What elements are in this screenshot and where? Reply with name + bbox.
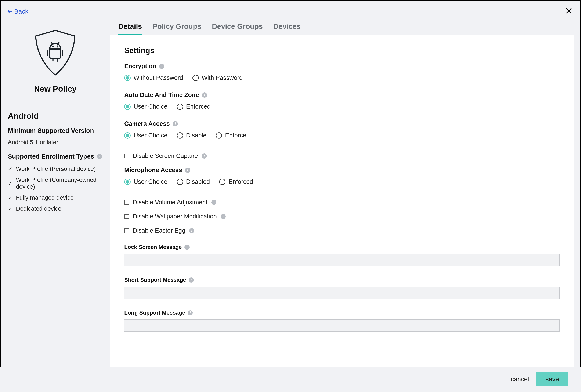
info-icon[interactable]: i xyxy=(185,168,190,173)
tab-policy-groups[interactable]: Policy Groups xyxy=(153,22,202,35)
easter-egg-checkbox[interactable]: Disable Easter Egg i xyxy=(124,227,560,234)
enrollment-type-item: ✓Work Profile (Personal device) xyxy=(8,166,103,172)
enrollment-type-label: Work Profile (Personal device) xyxy=(16,166,96,172)
enrollment-type-item: ✓Fully managed device xyxy=(8,194,103,201)
radio-option[interactable]: User Choice xyxy=(124,103,168,110)
info-icon[interactable]: i xyxy=(189,228,194,233)
section-title: Settings xyxy=(124,46,560,55)
microphone-radios: User ChoiceDisabledEnforced xyxy=(124,178,560,185)
details-panel: Settings Encryption i Without PasswordWi… xyxy=(110,35,574,369)
info-icon[interactable]: i xyxy=(188,310,193,315)
radio-circle xyxy=(192,75,199,81)
svg-point-10 xyxy=(53,46,53,47)
long-msg-input[interactable] xyxy=(124,319,560,332)
enrollment-type-label: Fully managed device xyxy=(16,194,74,201)
volume-label: Disable Volume Adjustment xyxy=(133,199,208,206)
radio-circle xyxy=(124,75,131,81)
short-msg-input[interactable] xyxy=(124,287,560,299)
check-icon: ✓ xyxy=(8,206,12,212)
radio-circle xyxy=(124,103,131,110)
lock-msg-input[interactable] xyxy=(124,254,560,266)
microphone-label: Microphone Access xyxy=(124,167,182,174)
radio-label: User Choice xyxy=(134,178,168,185)
svg-point-11 xyxy=(58,46,58,47)
radio-label: User Choice xyxy=(134,132,168,139)
radio-label: Disabled xyxy=(186,178,210,185)
radio-label: User Choice xyxy=(134,103,168,110)
radio-option[interactable]: Disabled xyxy=(177,178,210,185)
checkbox-box xyxy=(124,154,129,158)
checkbox-box xyxy=(124,228,129,233)
sidebar: New Policy Android Minimum Supported Ver… xyxy=(1,20,110,369)
auto-tz-label: Auto Date And Time Zone xyxy=(124,91,199,98)
enrollment-type-item: ✓Dedicated device xyxy=(8,205,103,212)
shield-android-icon xyxy=(32,28,78,78)
footer: cancel save xyxy=(0,368,581,392)
tab-devices[interactable]: Devices xyxy=(273,22,301,35)
cancel-button[interactable]: cancel xyxy=(511,376,529,383)
wallpaper-checkbox[interactable]: Disable Wallpaper Modification i xyxy=(124,213,560,220)
info-icon[interactable]: i xyxy=(97,154,102,159)
info-icon[interactable]: i xyxy=(189,278,194,283)
radio-circle xyxy=(177,132,183,139)
check-icon: ✓ xyxy=(8,180,12,187)
encryption-label: Encryption xyxy=(124,63,156,70)
tab-device-groups[interactable]: Device Groups xyxy=(212,22,263,35)
info-icon[interactable]: i xyxy=(159,64,164,69)
camera-radios: User ChoiceDisableEnforce xyxy=(124,132,560,139)
radio-option[interactable]: User Choice xyxy=(124,178,168,185)
min-version-text: Android 5.1 or later. xyxy=(8,139,103,146)
radio-option[interactable]: Disable xyxy=(177,132,207,139)
radio-circle xyxy=(219,179,226,185)
info-icon[interactable]: i xyxy=(173,121,178,126)
check-icon: ✓ xyxy=(8,195,12,201)
radio-option[interactable]: Enforce xyxy=(216,132,246,139)
info-icon[interactable]: i xyxy=(221,214,226,219)
enrollment-type-item: ✓Work Profile (Company-owned device) xyxy=(8,177,103,190)
encryption-radios: Without PasswordWith Password xyxy=(124,74,560,81)
info-icon[interactable]: i xyxy=(202,92,207,98)
radio-option[interactable]: Enforced xyxy=(219,178,253,185)
radio-label: Enforce xyxy=(225,132,246,139)
back-button[interactable]: Back xyxy=(7,8,28,15)
radio-circle xyxy=(216,132,222,139)
radio-option[interactable]: Without Password xyxy=(124,74,183,81)
radio-label: With Password xyxy=(202,74,243,81)
min-version-heading: Minimum Supported Version xyxy=(8,127,103,134)
wallpaper-label: Disable Wallpaper Modification xyxy=(133,213,217,220)
radio-circle xyxy=(177,179,183,185)
radio-label: Without Password xyxy=(134,74,183,81)
screen-capture-label: Disable Screen Capture xyxy=(133,152,198,159)
save-button[interactable]: save xyxy=(536,372,568,386)
policy-title: New Policy xyxy=(8,84,103,93)
info-icon[interactable]: i xyxy=(184,245,190,250)
info-icon[interactable]: i xyxy=(202,153,207,159)
tabs: DetailsPolicy GroupsDevice GroupsDevices xyxy=(110,20,574,35)
radio-option[interactable]: With Password xyxy=(192,74,243,81)
checkbox-box xyxy=(124,214,129,219)
short-msg-label: Short Support Message xyxy=(124,277,186,283)
close-button[interactable] xyxy=(565,7,573,16)
svg-rect-3 xyxy=(50,49,61,58)
radio-circle xyxy=(177,103,183,110)
enrollment-heading: Supported Enrollment Types xyxy=(8,153,94,160)
radio-label: Enforced xyxy=(228,178,253,185)
arrow-left-icon xyxy=(7,9,12,14)
checkbox-box xyxy=(124,200,129,205)
radio-label: Disable xyxy=(186,132,207,139)
enrollment-type-label: Work Profile (Company-owned device) xyxy=(16,177,103,190)
screen-capture-checkbox[interactable]: Disable Screen Capture i xyxy=(124,152,560,159)
radio-option[interactable]: User Choice xyxy=(124,132,168,139)
back-label: Back xyxy=(14,8,28,15)
radio-circle xyxy=(124,132,131,139)
radio-circle xyxy=(124,179,131,185)
platform-heading: Android xyxy=(8,111,103,121)
tab-details[interactable]: Details xyxy=(118,22,142,35)
radio-option[interactable]: Enforced xyxy=(177,103,211,110)
long-msg-label: Long Support Message xyxy=(124,310,185,316)
volume-checkbox[interactable]: Disable Volume Adjustment i xyxy=(124,199,560,206)
easter-egg-label: Disable Easter Egg xyxy=(133,227,185,234)
info-icon[interactable]: i xyxy=(211,200,216,205)
check-icon: ✓ xyxy=(8,166,12,172)
lock-msg-label: Lock Screen Message xyxy=(124,244,182,250)
